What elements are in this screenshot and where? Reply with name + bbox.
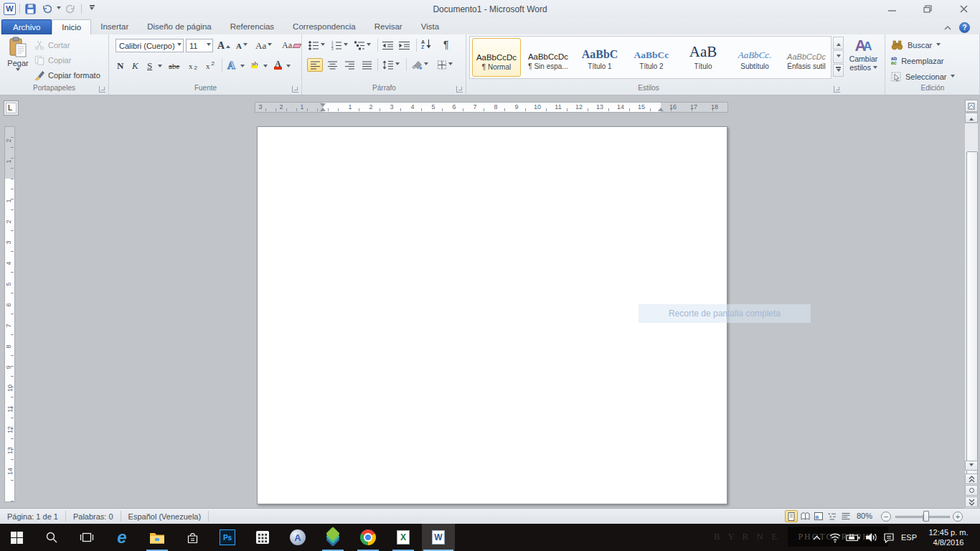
clipboard-dialog-launcher[interactable] (99, 86, 105, 93)
replace-button[interactable]: abac Reemplazar (891, 55, 943, 67)
style-titulo-2[interactable]: AaBbCc Título 2 (627, 38, 676, 77)
vertical-ruler[interactable]: 211234567891011121314 (4, 126, 15, 502)
scrollbar-thumb[interactable] (966, 151, 978, 476)
align-right-button[interactable] (341, 58, 357, 72)
zoom-in-button[interactable]: + (953, 512, 963, 522)
font-family-combobox[interactable]: Calibri (Cuerpo) (116, 39, 184, 52)
shading-button[interactable] (411, 58, 428, 72)
tab-correspondencia[interactable]: Correspondencia (283, 19, 365, 34)
numbering-button[interactable]: 123 (331, 39, 348, 52)
copy-button[interactable]: Copiar (34, 52, 100, 67)
change-case-button[interactable]: Aa (255, 39, 272, 52)
tab-revisar[interactable]: Revisar (365, 19, 412, 34)
justify-button[interactable] (359, 58, 374, 72)
increase-indent-button[interactable] (399, 39, 410, 52)
right-indent-marker[interactable] (658, 108, 664, 111)
show-hidden-icons-button[interactable] (809, 524, 824, 551)
file-explorer-button[interactable] (141, 524, 174, 551)
bullets-button[interactable] (308, 39, 325, 52)
calendar-app-button[interactable] (246, 524, 279, 551)
styles-dialog-launcher[interactable] (834, 86, 840, 93)
collapse-ribbon-button[interactable] (943, 21, 952, 34)
grow-font-button[interactable]: A (217, 39, 230, 52)
scroll-up-button[interactable] (965, 113, 978, 123)
undo-dropdown[interactable] (57, 6, 61, 11)
style-normal[interactable]: AaBbCcDc ¶ Normal (472, 38, 521, 77)
style-titulo[interactable]: AaB Título (679, 38, 727, 77)
zoom-slider-track[interactable] (895, 516, 950, 518)
battery-tray-icon[interactable] (844, 524, 862, 551)
tab-vista[interactable]: Vista (412, 19, 448, 34)
zoom-level-button[interactable]: 80% (857, 512, 872, 520)
decrease-indent-button[interactable] (382, 39, 394, 52)
word-app-icon[interactable]: W (4, 3, 16, 15)
line-spacing-button[interactable] (382, 58, 400, 72)
select-button[interactable]: Seleccionar (891, 70, 955, 83)
page-count[interactable]: Página: 1 de 1 (0, 511, 66, 522)
bold-button[interactable]: N (117, 59, 123, 72)
styles-scroll-down-button[interactable] (833, 50, 844, 63)
tab-archivo[interactable]: Archivo (1, 19, 52, 34)
align-left-button[interactable] (307, 58, 323, 72)
bluestacks-button[interactable] (316, 524, 349, 551)
web-layout-view-button[interactable] (812, 510, 825, 522)
wifi-tray-icon[interactable] (826, 524, 844, 551)
horizontal-ruler[interactable]: 321123456789101112131415161718 (255, 102, 728, 113)
text-effects-button[interactable]: A (227, 59, 235, 72)
tab-stop-selector[interactable]: L (4, 100, 19, 116)
tab-inicio[interactable]: Inicio (52, 19, 91, 34)
left-indent-marker[interactable] (320, 108, 326, 111)
cut-button[interactable]: Cortar (34, 37, 100, 52)
align-center-button[interactable] (324, 58, 340, 72)
show-marks-button[interactable]: ¶ (443, 37, 449, 51)
word-count[interactable]: Palabras: 0 (66, 511, 121, 522)
minimize-button[interactable] (882, 3, 901, 14)
paste-button[interactable]: Pegar (4, 37, 32, 83)
redo-button[interactable] (65, 2, 77, 15)
store-button[interactable] (176, 524, 209, 551)
tab-referencias[interactable]: Referencias (221, 19, 283, 34)
draft-view-button[interactable] (839, 510, 852, 522)
underline-button[interactable]: S (147, 59, 152, 72)
clear-formatting-button[interactable]: Aa (282, 39, 301, 52)
paragraph-dialog-launcher[interactable] (456, 86, 463, 93)
first-line-indent-marker[interactable] (320, 103, 326, 107)
change-styles-button[interactable]: AA Cambiar estilos (847, 36, 880, 79)
language-tray-button[interactable]: ESP (898, 524, 920, 551)
style-enfasis-sutil[interactable]: AaBbCcDc Énfasis sutil (782, 38, 831, 77)
full-screen-reading-view-button[interactable] (798, 510, 811, 522)
superscript-button[interactable]: x2 (206, 59, 215, 72)
clock-tray-button[interactable]: 12:45 p. m. 4/8/2016 (921, 527, 976, 547)
ruler-toggle-button[interactable] (965, 100, 978, 112)
strikethrough-button[interactable]: abe (169, 59, 179, 72)
subscript-button[interactable]: x2 (189, 59, 197, 72)
format-painter-button[interactable]: Copiar formato (34, 67, 100, 83)
styles-more-button[interactable] (833, 64, 844, 77)
styles-scroll-up-button[interactable] (833, 37, 844, 50)
style-sin-espaciado[interactable]: AaBbCcDc ¶ Sin espa... (524, 38, 573, 77)
chrome-button[interactable] (352, 524, 385, 551)
sort-button[interactable]: AZ (421, 37, 431, 51)
highlight-button[interactable]: ab (250, 57, 258, 71)
font-dialog-launcher[interactable] (292, 86, 298, 93)
scroll-down-button[interactable] (965, 461, 978, 471)
start-button[interactable] (0, 524, 33, 551)
font-color-dropdown[interactable] (286, 65, 291, 70)
zoom-slider-thumb[interactable] (923, 511, 929, 522)
tab-insertar[interactable]: Insertar (91, 19, 138, 34)
font-size-combobox[interactable]: 11 (186, 39, 213, 52)
text-effects-dropdown[interactable] (240, 65, 245, 70)
borders-button[interactable] (437, 58, 453, 72)
customize-qat-button[interactable] (85, 2, 98, 15)
outline-view-button[interactable] (826, 510, 839, 522)
tab-diseno-de-pagina[interactable]: Diseño de página (138, 19, 221, 34)
undo-button[interactable] (40, 2, 53, 15)
highlight-dropdown[interactable] (263, 65, 268, 70)
search-button[interactable] (35, 524, 68, 551)
language-indicator[interactable]: Español (Venezuela) (121, 511, 209, 522)
italic-button[interactable]: K (132, 59, 138, 72)
underline-dropdown[interactable] (158, 65, 162, 70)
restore-button[interactable] (918, 3, 937, 14)
save-button[interactable] (24, 2, 37, 15)
word-taskbar-button[interactable]: W (422, 524, 455, 551)
